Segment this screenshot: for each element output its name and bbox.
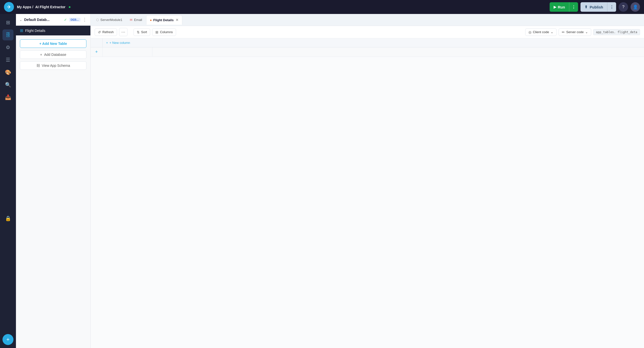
tab-server-module-icon: ⬡ xyxy=(96,18,99,22)
help-icon: ? xyxy=(622,5,624,10)
refresh-button[interactable]: ↺ Refresh xyxy=(95,29,117,36)
publish-more-button[interactable]: ⋮ xyxy=(608,2,616,12)
database-panel: ⌄ Default Datab... ✓ DEB... ⋮ ⊞ Flight D… xyxy=(16,14,91,348)
table-area: + + New column + xyxy=(91,38,644,348)
client-code-label: Client code xyxy=(533,30,549,34)
client-code-chevron: ⌄ xyxy=(550,30,553,34)
table-add-row: + xyxy=(91,47,644,57)
layout-icon: ⊞ xyxy=(6,20,10,26)
tab-server-module-label: ServerModule1 xyxy=(100,18,122,22)
publish-button-main[interactable]: ⬆ Publish xyxy=(580,2,607,12)
table-name: Flight Details xyxy=(25,29,86,33)
columns-label: Columns xyxy=(160,30,172,34)
three-dots-icon: ⋯ xyxy=(121,30,125,34)
db-panel-badge: DEB... xyxy=(69,18,80,22)
help-button[interactable]: ? xyxy=(618,2,628,12)
view-schema-icon: ⛓ xyxy=(36,64,40,68)
paint-icon: 🎨 xyxy=(5,69,11,75)
new-column-plus-icon: + xyxy=(106,41,108,45)
sort-button[interactable]: ⇅ Sort xyxy=(134,29,150,36)
sidebar-item-layout[interactable]: ⊞ xyxy=(2,17,14,28)
list-icon: ☰ xyxy=(6,57,10,63)
sidebar-item-settings[interactable]: ⚙ xyxy=(2,42,14,53)
database-icon: 🗄 xyxy=(6,32,10,38)
settings-icon: ⚙ xyxy=(6,44,10,50)
add-new-table-label: + Add New Table xyxy=(39,42,67,46)
table-header-row: + + New column xyxy=(91,38,644,47)
sort-label: Sort xyxy=(141,30,147,34)
server-code-chevron: ⌄ xyxy=(585,30,588,34)
add-icon: + xyxy=(6,336,10,343)
view-app-schema-button[interactable]: ⛓ View App Schema xyxy=(20,61,86,70)
refresh-icon: ↺ xyxy=(98,30,101,34)
db-panel-body: + Add New Table + Add Database ⛓ View Ap… xyxy=(16,35,90,74)
app-name: AI Flight Extractor xyxy=(35,5,65,9)
client-code-button[interactable]: ◎ Client code ⌄ xyxy=(525,29,556,36)
sidebar-item-paint[interactable]: 🎨 xyxy=(2,67,14,78)
content-area: ⬡ ServerModule1 ✉ Email ● Flight Details… xyxy=(91,14,644,348)
main-layout: ⊞ 🗄 ⚙ ☰ 🎨 🔍 📥 🔒 + ⌄ Default Datab.. xyxy=(0,14,644,348)
sort-icon: ⇅ xyxy=(137,30,140,34)
publish-more-icon: ⋮ xyxy=(610,5,614,9)
add-row-button[interactable]: + xyxy=(91,47,102,57)
run-button[interactable]: ▶ Run ⋮ xyxy=(550,2,578,12)
db-panel-dots[interactable]: ⋮ xyxy=(82,17,87,23)
view-schema-label: View App Schema xyxy=(42,64,70,68)
empty-cell xyxy=(102,47,152,56)
db-panel-check: ✓ xyxy=(64,18,67,22)
breadcrumb: My Apps / AI Flight Extractor xyxy=(17,5,66,9)
server-code-icon: ✏ xyxy=(562,30,565,34)
inbox-icon: 📥 xyxy=(5,94,11,100)
breadcrumb-prefix: My Apps / xyxy=(17,5,33,9)
run-more-button[interactable]: ⋮ xyxy=(569,2,578,12)
columns-icon: ⊞ xyxy=(156,30,158,34)
lock-icon: 🔒 xyxy=(5,215,11,221)
topbar: ✈ My Apps / AI Flight Extractor ● ▶ Run … xyxy=(0,0,644,14)
server-code-label: Server code xyxy=(566,30,584,34)
tab-flight-details[interactable]: ● Flight Details ✕ xyxy=(146,15,182,25)
app-logo[interactable]: ✈ xyxy=(4,2,14,12)
db-panel-header: ⌄ Default Datab... ✓ DEB... ⋮ xyxy=(16,14,90,26)
app-status-indicator: ● xyxy=(68,5,71,9)
tab-close-icon[interactable]: ✕ xyxy=(176,18,178,22)
tab-email-icon: ✉ xyxy=(130,18,132,22)
tab-email[interactable]: ✉ Email xyxy=(126,15,146,25)
new-column-label: + New column xyxy=(110,41,130,45)
sidebar-item-database[interactable]: 🗄 xyxy=(2,30,14,40)
tab-flight-details-label: Flight Details xyxy=(154,18,174,22)
add-database-button[interactable]: + Add Database xyxy=(20,50,86,59)
add-row-icon: + xyxy=(95,49,98,55)
client-code-icon: ◎ xyxy=(528,30,532,34)
tab-flight-details-icon: ● xyxy=(150,18,152,22)
run-play-icon: ▶ xyxy=(554,5,556,9)
topbar-left: ✈ My Apps / AI Flight Extractor ● xyxy=(4,2,71,12)
topbar-right: ▶ Run ⋮ ⬆ Publish ⋮ ? 👤 xyxy=(550,2,640,12)
add-button[interactable]: + xyxy=(2,334,14,345)
add-database-icon: + xyxy=(40,53,42,57)
db-table-item-flight-details[interactable]: ⊞ Flight Details xyxy=(16,26,90,35)
db-panel-title: Default Datab... xyxy=(24,18,62,22)
run-label: Run xyxy=(558,5,565,9)
sidebar-item-search[interactable]: 🔍 xyxy=(2,79,14,90)
db-panel-chevron[interactable]: ⌄ xyxy=(20,18,22,22)
search-icon: 🔍 xyxy=(5,82,11,88)
publish-button[interactable]: ⬆ Publish ⋮ xyxy=(580,2,616,12)
refresh-label: Refresh xyxy=(102,30,114,34)
toolbar-right: ◎ Client code ⌄ ✏ Server code ⌄ app_tabl… xyxy=(525,29,640,36)
sidebar-icons: ⊞ 🗄 ⚙ ☰ 🎨 🔍 📥 🔒 + xyxy=(0,14,16,348)
sidebar-item-inbox[interactable]: 📥 xyxy=(2,92,14,103)
add-database-label: Add Database xyxy=(44,53,66,57)
table-icon: ⊞ xyxy=(20,28,23,33)
sidebar-item-lock[interactable]: 🔒 xyxy=(2,213,14,224)
server-code-button[interactable]: ✏ Server code ⌄ xyxy=(558,29,591,36)
tab-server-module[interactable]: ⬡ ServerModule1 xyxy=(93,15,126,25)
new-column-button[interactable]: + + New column xyxy=(102,38,134,47)
add-new-table-button[interactable]: + Add New Table xyxy=(20,39,86,48)
sidebar-item-list[interactable]: ☰ xyxy=(2,54,14,65)
columns-button[interactable]: ⊞ Columns xyxy=(152,29,176,36)
more-options-button[interactable]: ⋯ xyxy=(119,28,128,36)
run-button-main[interactable]: ▶ Run xyxy=(550,2,569,12)
run-more-icon: ⋮ xyxy=(572,5,576,9)
avatar-button[interactable]: 👤 xyxy=(630,2,640,12)
toolbar-left: ↺ Refresh ⋯ ⇅ Sort ⊞ Columns xyxy=(95,28,523,36)
